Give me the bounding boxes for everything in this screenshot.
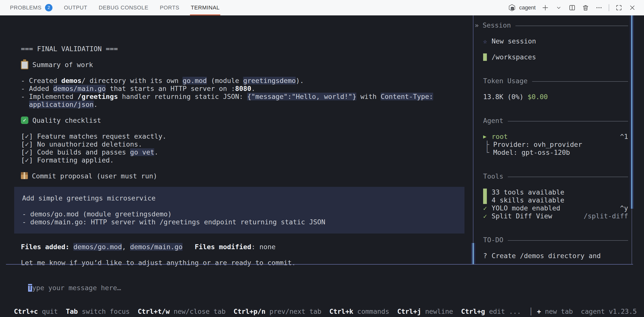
terminal-line: - demos/go.mod (module greetingsdemo) [22, 210, 464, 218]
section-rule [508, 121, 628, 121]
new-session-label: New session [492, 37, 536, 45]
text-segment: go vet [130, 148, 154, 156]
statusbar-segment: Ctrl+j [397, 308, 421, 315]
sidebar-item-new-session[interactable]: ☆ New session [475, 37, 628, 45]
agent-section-title: Agent [483, 117, 503, 125]
terminal-line: - Created demos/ directory with its own … [21, 77, 466, 85]
session-section-title: Session [483, 21, 511, 29]
text-segment: . [154, 148, 158, 156]
statusbar-segment: newline [421, 308, 461, 315]
sidebar-item-workspace[interactable]: /workspaces [475, 53, 628, 61]
terminal-profile-dropdown-icon[interactable] [555, 4, 562, 11]
tools-section-header: Tools [475, 172, 628, 180]
section-rule [508, 240, 628, 241]
statusbar-segment: cagent v1.23.5 [581, 308, 637, 315]
tab-terminal[interactable]: TERMINAL [191, 0, 220, 15]
tools-section-title: Tools [483, 172, 503, 180]
todo-item[interactable]: ? Create /demos directory and [475, 252, 628, 260]
text-segment: go.mod [182, 77, 207, 84]
statusbar-segment: Ctrl+c [14, 308, 38, 315]
sidebar-scrollbar-track [632, 209, 632, 264]
statusbar-segment: commands [353, 308, 397, 315]
terminal-line: Quality checklist [21, 116, 466, 124]
commit-proposal-box: Add simple greetings microservice- demos… [14, 187, 464, 234]
tab-problems-label: PROBLEMS [10, 4, 42, 11]
text-segment: greetingsdemo [243, 77, 296, 84]
yolo-mode-row[interactable]: ✓ YOLO mode enabled ^y [475, 204, 628, 212]
problems-count-badge: 2 [45, 4, 52, 11]
skills-count-row: 4 skills available [475, 196, 628, 204]
input-placeholder: ype your message here… [32, 284, 121, 292]
tab-debug-console[interactable]: DEBUG CONSOLE [99, 0, 148, 15]
terminal-line: Let me know if you’d like to adjust anyt… [21, 259, 466, 267]
text-segment [21, 101, 29, 108]
text-segment [69, 243, 73, 251]
terminal-line [21, 53, 466, 61]
text-segment: demos/go.mod [73, 243, 122, 251]
text-segment: (module [207, 77, 243, 84]
statusbar-segment: │ [529, 308, 537, 315]
agent-root-row[interactable]: ▶ root ^1 [475, 133, 628, 141]
split-diff-row[interactable]: ✓ Split Diff View /split-diff [475, 212, 628, 220]
text-segment: , [122, 243, 130, 251]
check-icon: ✓ [483, 204, 492, 212]
new-terminal-button[interactable] [542, 4, 549, 11]
split-terminal-button[interactable] [568, 4, 576, 11]
tab-ports[interactable]: PORTS [160, 0, 179, 15]
skills-count-label: 4 skills available [492, 196, 564, 204]
text-segment: . [252, 85, 255, 92]
session-section-header: » Session [475, 21, 628, 29]
triangle-right-icon: ▶ [483, 133, 492, 141]
terminal-line: Add simple greetings microservice [22, 194, 464, 202]
terminal-line: Files added: demos/go.mod, demos/main.go… [21, 243, 466, 251]
more-actions-button[interactable] [595, 4, 603, 11]
terminal-line [21, 164, 466, 172]
input-divider [6, 264, 633, 265]
agent-section-header: Agent [475, 117, 628, 125]
text-segment: / directory with its own [82, 77, 182, 84]
sidebar-scrollbar-thumb[interactable] [630, 15, 634, 209]
text-segment: handler returning static JSON: [118, 93, 247, 100]
tab-problems[interactable]: PROBLEMS 2 [10, 0, 52, 15]
terminal-line: application/json. [21, 101, 466, 109]
text-segment: 8080 [235, 85, 252, 92]
chevrons-right-icon[interactable]: » [475, 21, 483, 29]
text-segment: . [94, 101, 98, 108]
chat-transcript: === FINAL VALIDATION === Summary of work… [21, 45, 466, 267]
message-input[interactable]: Type your message here… [12, 276, 121, 284]
todo-item-label: Create /demos directory and [492, 252, 601, 260]
token-usage-value: 13.8K (0%) [483, 93, 528, 101]
checkbox-icon [21, 116, 28, 124]
statusbar-segment: Tab [66, 308, 78, 315]
terminal-profile-name[interactable]: cagent [519, 4, 536, 11]
terminal-line: - Implemented /greetings handler returni… [21, 93, 466, 101]
commit-proposal-lines: Add simple greetings microservice- demos… [22, 194, 464, 226]
text-segment [182, 243, 195, 251]
text-segment: Files modified [195, 243, 252, 251]
agent-provider-row: ├ Provider: ovh_provider [475, 141, 628, 149]
text-segment: [✓] Feature matches request exactly. [21, 132, 166, 140]
terminal-line: [✓] Formatting applied. [21, 156, 466, 164]
sidebar: » Session ☆ New session /workspaces Toke… [475, 21, 628, 260]
text-segment: [✓] Formatting applied. [21, 156, 114, 164]
svg-text:$: $ [512, 7, 513, 10]
agent-root-shortcut: ^1 [620, 133, 628, 141]
close-panel-button[interactable] [628, 4, 636, 11]
statusbar: Ctrl+c quit Tab switch focus Ctrl+t/w ne… [14, 308, 637, 316]
token-usage-row: 13.8K (0%) $0.00 [475, 93, 628, 101]
text-segment: - Implemented [21, 93, 78, 100]
statusbar-segment: Ctrl+g [461, 308, 485, 315]
agent-root-name: root [492, 133, 508, 141]
text-segment: Files added: [21, 243, 69, 251]
tree-corner-icon: └ [485, 149, 493, 157]
terminal-line: - Added demos/main.go that starts an HTT… [21, 85, 466, 93]
terminal-line [21, 251, 466, 259]
maximize-panel-button[interactable] [615, 4, 622, 11]
token-usage-cost: $0.00 [528, 93, 548, 101]
text-segment: with [356, 93, 381, 100]
tab-output[interactable]: OUTPUT [64, 0, 87, 15]
yolo-mode-label: YOLO mode enabled [492, 204, 560, 212]
kill-terminal-button[interactable] [582, 4, 589, 11]
text-segment: demos [62, 77, 82, 84]
panel-tabbar: PROBLEMS 2 OUTPUT DEBUG CONSOLE PORTS TE… [0, 0, 644, 15]
